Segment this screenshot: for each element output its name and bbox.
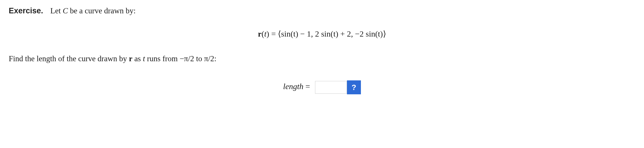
equation-lhs-r: r — [258, 29, 261, 38]
exercise-label: Exercise. — [9, 6, 43, 15]
answer-eq: = — [303, 82, 312, 91]
equation-lhs-close: ) — [267, 29, 269, 38]
hint-button[interactable]: ? — [347, 80, 361, 94]
equation-rhs: ⟨sin(t) − 1, 2 sin(t) + 2, −2 sin(t)⟩ — [278, 29, 386, 38]
equation-lhs: r(t) — [258, 29, 271, 38]
equation-lhs-var: t — [264, 29, 267, 38]
prompt-line: Find the length of the curve drawn by r … — [9, 53, 635, 64]
exercise-intro: Let C be a curve drawn by: — [50, 6, 136, 15]
prompt-p1: Find the length of the curve drawn by — [9, 54, 129, 63]
prompt-r: r — [129, 54, 132, 63]
intro-prefix: Let — [50, 6, 63, 15]
answer-input[interactable] — [315, 81, 347, 94]
prompt-p2: as — [132, 54, 143, 63]
intro-suffix: be a curve drawn by: — [68, 6, 136, 15]
intro-curve-var: C — [63, 6, 68, 15]
equation-lhs-open: ( — [262, 29, 264, 38]
equation-block: r(t) = ⟨sin(t) − 1, 2 sin(t) + 2, −2 sin… — [9, 28, 635, 40]
exercise-container: Exercise. Let C be a curve drawn by: r(t… — [0, 0, 644, 103]
exercise-heading-line: Exercise. Let C be a curve drawn by: — [9, 5, 635, 17]
answer-line: length = ? — [9, 80, 635, 94]
prompt-p3: runs from −π/2 to π/2: — [145, 54, 216, 63]
answer-label: length — [283, 82, 303, 91]
equation-eq: = — [271, 29, 278, 38]
